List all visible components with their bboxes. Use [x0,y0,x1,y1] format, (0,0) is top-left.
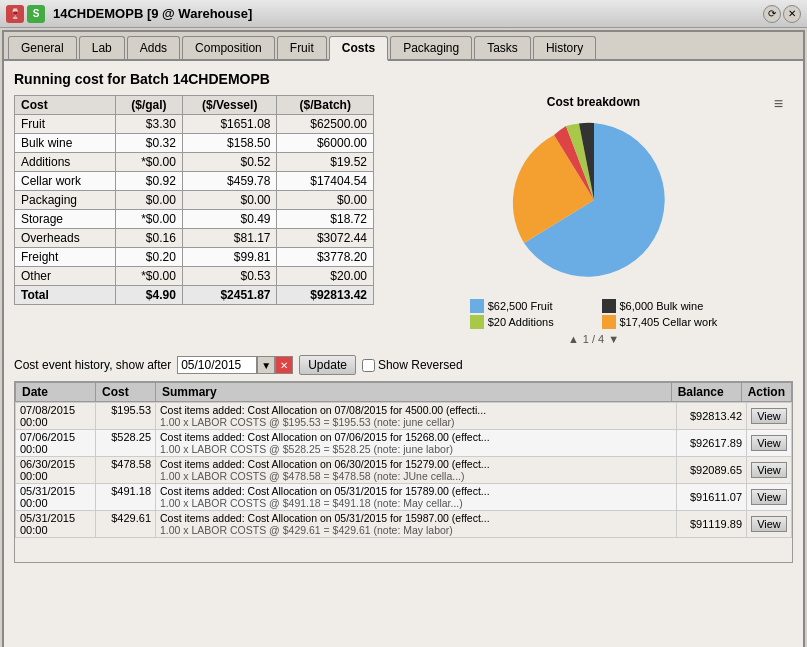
tab-costs[interactable]: Costs [329,36,388,61]
history-summary: Cost items added: Cost Allocation on 06/… [156,457,677,484]
cost-per-batch: $19.52 [277,153,374,172]
col-header-action: Action [741,383,791,402]
history-date: 07/06/201500:00 [16,430,96,457]
chart-menu-icon[interactable]: ≡ [774,95,783,113]
main-window: General Lab Adds Composition Fruit Costs… [2,30,805,647]
view-button[interactable]: View [751,408,787,424]
history-table-container: Date Cost Summary Balance Action 07/08/2… [14,381,793,563]
table-row: Storage *$0.00 $0.49 $18.72 [15,210,374,229]
tab-history[interactable]: History [533,36,596,59]
chart-next-button[interactable]: ▼ [608,333,619,345]
update-button[interactable]: Update [299,355,356,375]
legend-swatch-fruit [470,299,484,313]
total-per-gal: $4.90 [116,286,183,305]
minimize-button[interactable]: ⟳ [763,5,781,23]
cost-per-vessel: $1651.08 [182,115,277,134]
history-date: 07/08/201500:00 [16,403,96,430]
total-per-vessel: $2451.87 [182,286,277,305]
pie-chart [484,113,704,293]
cost-name: Other [15,267,116,286]
view-button[interactable]: View [751,462,787,478]
cost-per-vessel: $459.78 [182,172,277,191]
date-dropdown-button[interactable]: ▼ [257,356,275,374]
upper-section: Cost ($/gal) ($/Vessel) ($/Batch) Fruit … [14,95,793,345]
history-cost: $478.58 [96,457,156,484]
cost-name: Bulk wine [15,134,116,153]
total-label: Total [15,286,116,305]
history-cost: $429.61 [96,511,156,538]
cost-name: Cellar work [15,172,116,191]
history-action-cell: View [747,484,792,511]
tab-general[interactable]: General [8,36,77,59]
table-row: Cellar work $0.92 $459.78 $17404.54 [15,172,374,191]
cost-name: Packaging [15,191,116,210]
view-button[interactable]: View [751,435,787,451]
legend-swatch-cellar [602,315,616,329]
cost-per-gal: $0.00 [116,191,183,210]
tab-composition[interactable]: Composition [182,36,275,59]
history-date: 05/31/201500:00 [16,484,96,511]
history-label: Cost event history, show after [14,358,171,372]
tab-lab[interactable]: Lab [79,36,125,59]
table-row: Overheads $0.16 $81.17 $3072.44 [15,229,374,248]
legend-label-cellar: $17,405 Cellar work [620,316,718,328]
date-field[interactable]: ▼ ✕ [177,356,293,374]
tab-packaging[interactable]: Packaging [390,36,472,59]
app-s-icon: S [27,5,45,23]
history-scroll-area[interactable]: 07/08/201500:00 $195.53 Cost items added… [15,402,792,562]
cost-name: Overheads [15,229,116,248]
view-button[interactable]: View [751,489,787,505]
section-title: Running cost for Batch 14CHDEMOPB [14,71,793,87]
tab-adds[interactable]: Adds [127,36,180,59]
history-summary: Cost items added: Cost Allocation on 07/… [156,403,677,430]
cost-per-gal: $0.32 [116,134,183,153]
history-action-cell: View [747,430,792,457]
cost-per-batch: $20.00 [277,267,374,286]
table-row: Bulk wine $0.32 $158.50 $6000.00 [15,134,374,153]
close-button[interactable]: ✕ [783,5,801,23]
window-buttons[interactable]: ⟳ ✕ [763,5,801,23]
total-per-batch: $92813.42 [277,286,374,305]
cost-per-batch: $3072.44 [277,229,374,248]
col-header-summary: Summary [156,383,672,402]
cost-per-batch: $18.72 [277,210,374,229]
history-action-cell: View [747,403,792,430]
legend-item-additions: $20 Additions [470,315,586,329]
col-header-vessel: ($/Vessel) [182,96,277,115]
cost-per-batch: $0.00 [277,191,374,210]
legend-item-fruit: $62,500 Fruit [470,299,586,313]
table-row: Fruit $3.30 $1651.08 $62500.00 [15,115,374,134]
chart-legend: $62,500 Fruit $6,000 Bulk wine $20 Addit… [470,299,718,329]
col-header-date: Date [16,383,96,402]
table-row: Additions *$0.00 $0.52 $19.52 [15,153,374,172]
date-clear-button[interactable]: ✕ [275,356,293,374]
tab-fruit[interactable]: Fruit [277,36,327,59]
wine-icon: 🍷 [6,5,24,23]
show-reversed-checkbox[interactable] [362,359,375,372]
cost-per-gal: *$0.00 [116,267,183,286]
history-table: Date Cost Summary Balance Action [15,382,792,402]
cost-per-batch: $6000.00 [277,134,374,153]
date-input[interactable] [177,356,257,374]
chart-nav: ▲ 1 / 4 ▼ [568,333,619,345]
cost-table-wrap: Cost ($/gal) ($/Vessel) ($/Batch) Fruit … [14,95,374,345]
cost-per-gal: $0.20 [116,248,183,267]
chart-prev-button[interactable]: ▲ [568,333,579,345]
cost-per-batch: $3778.20 [277,248,374,267]
view-button[interactable]: View [751,516,787,532]
title-bar: 🍷 S 14CHDEMOPB [9 @ Warehouse] ⟳ ✕ [0,0,807,28]
legend-label-additions: $20 Additions [488,316,554,328]
chart-title: Cost breakdown [547,95,640,109]
history-action-cell: View [747,511,792,538]
cost-per-vessel: $81.17 [182,229,277,248]
show-reversed-label[interactable]: Show Reversed [362,358,463,372]
history-balance: $92617.89 [677,430,747,457]
history-row: 05/31/201500:00 $429.61 Cost items added… [16,511,792,538]
tab-bar: General Lab Adds Composition Fruit Costs… [4,32,803,61]
history-row: 07/08/201500:00 $195.53 Cost items added… [16,403,792,430]
cost-per-vessel: $99.81 [182,248,277,267]
history-summary: Cost items added: Cost Allocation on 05/… [156,484,677,511]
tab-tasks[interactable]: Tasks [474,36,531,59]
history-summary: Cost items added: Cost Allocation on 07/… [156,430,677,457]
app-icons: 🍷 S [6,5,45,23]
